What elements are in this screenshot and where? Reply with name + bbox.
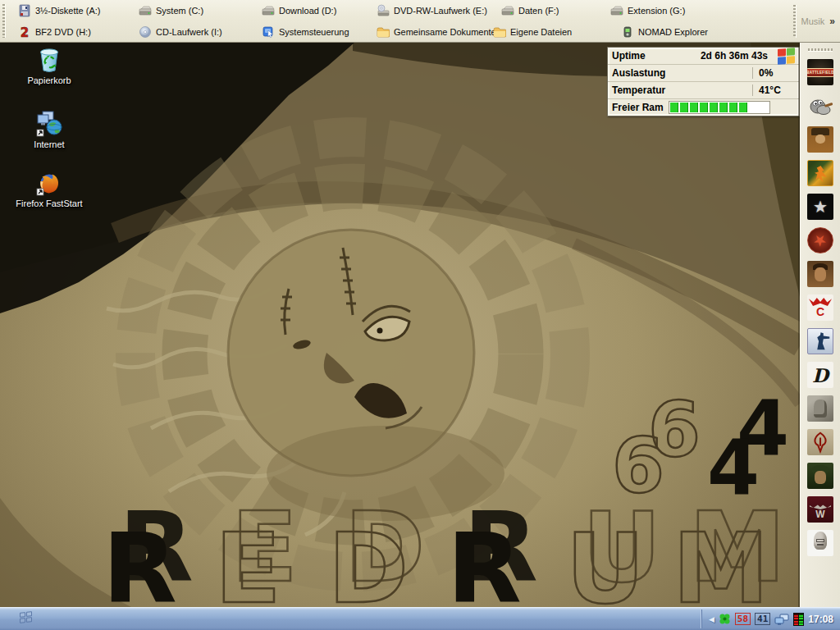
musik-drag-handle[interactable] [793,5,797,38]
monitor-value: 2d 6h 36m 43s [701,50,768,62]
monitor-label: Freier Ram [612,102,664,113]
harddrive-icon [262,4,275,17]
quake-icon[interactable] [807,429,833,455]
soldier-portrait-icon[interactable] [807,463,833,489]
toolbar-item-label: Extension (G:) [628,6,685,16]
wallpaper-redrum: 6 6 4 4 R R E E D D R R U U M M [0,43,800,607]
toolbar-item-dvdrw-e[interactable]: DVD-RW-Laufwerk (E:) [373,0,491,21]
games-sidebar: BATTLEFIELD ★ ★ C D W [800,43,840,607]
recycle-bin-icon [35,46,63,74]
pentagram-game-icon[interactable]: ★ [807,227,833,253]
ram-bar [669,101,770,114]
adventure-portrait-icon[interactable] [807,261,833,287]
battlefield2-badge: BATTLEFIELD [807,68,833,77]
eagle-c-glyph: C [816,305,824,318]
eagle-c-game-icon[interactable]: C [807,294,833,321]
monitor-row-uptime: Uptime 2d 6h 36m 43s [608,48,799,65]
network-tray-icon[interactable] [774,613,789,626]
toolbar-item-system-c[interactable]: System (C:) [135,0,207,21]
folder-icon [493,25,506,39]
desktop-icon-recycle-bin[interactable]: Papierkorb [10,46,89,85]
toolbar-item-label: System (C:) [156,6,203,16]
taskbar-clock[interactable]: 17:08 [808,614,833,625]
toolbar-item-label: Systemsteuerung [279,27,349,37]
svg-text:2: 2 [21,25,29,39]
toolbar-item-daten-f[interactable]: Daten (F:) [498,0,563,21]
toolbar-item-label: NOMAD Explorer [638,27,708,37]
toolbar-item-label: Daten (F:) [518,6,559,16]
clover-tray-icon[interactable] [719,613,731,625]
internet-icon [35,110,63,138]
monitor-row-cpu-load: Auslastung 0% [608,65,799,82]
firefox-icon [35,169,63,197]
star-glyph: ★ [813,197,828,217]
svg-text:R: R [103,512,177,607]
dragon-game-icon[interactable] [807,160,833,186]
toolbar-item-label: Gemeinsame Dokumente [394,27,496,37]
ram-bar-fill [670,103,747,112]
toolbar-item-download-d[interactable]: Download (D:) [258,0,340,21]
taskbar[interactable]: ◀ 58 41 17:08 [0,607,840,630]
toolbar-item-label: Download (D:) [279,6,336,16]
toolbar-item-label: 3½-Diskette (A:) [35,6,100,16]
dvd-drive-icon [377,4,390,17]
svg-text:R: R [447,512,522,607]
desktop-icon-firefox[interactable]: Firefox FastStart [10,169,89,208]
toolbar-item-control-panel[interactable]: Systemsteuerung [258,21,353,43]
toolbar-item-label: Eigene Dateien [510,27,572,37]
control-panel-icon [262,25,275,39]
harddrive-icon [610,4,623,17]
wolfenstein-glyph: W [815,509,824,520]
toolbar-item-floppy-a[interactable]: 3½-Diskette (A:) [15,0,103,21]
cd-icon [139,25,152,39]
toolbar-item-extension-g[interactable]: Extension (G:) [607,0,688,21]
counter-strike-icon[interactable] [807,328,833,354]
temp-readout-2[interactable]: 41 [755,613,770,625]
desktop-icon-label: Firefox FastStart [10,199,89,208]
desktop-icon-label: Internet [10,139,89,149]
musik-toolbar-section[interactable]: Musik » [793,0,835,43]
d-glyph: D [812,364,829,386]
chevron-more-icon[interactable]: » [829,16,835,27]
windows-flag-outline-icon[interactable] [20,611,32,623]
svg-text:U: U [566,512,645,607]
musik-label: Musik [801,16,825,26]
monitor-label: Temperatur [612,84,752,96]
d-game-icon[interactable]: D [807,362,833,388]
gimp-icon[interactable] [807,93,833,119]
hitman-portrait-icon[interactable] [807,530,833,556]
toolbar-item-shared-documents[interactable]: Gemeinsame Dokumente [373,21,500,43]
monitor-label: Auslastung [612,67,752,79]
pentagram-glyph: ★ [813,231,827,250]
monitor-row-free-ram: Freier Ram [608,99,799,116]
desktop: 6 6 4 4 R R E E D D R R U U M M [0,43,800,607]
system-monitor-widget: Uptime 2d 6h 36m 43s Auslastung 0% Tempe… [607,47,800,116]
toolbar-item-label: BF2 DVD (H:) [35,27,91,37]
desktop-icon-internet[interactable]: Internet [10,110,89,149]
monitor-row-temperature: Temperatur 41°C [608,82,799,99]
toolbar-item-nomad-explorer[interactable]: NOMAD Explorer [618,21,711,43]
svg-text:M: M [673,512,769,607]
wolfenstein-icon[interactable]: W [807,496,833,523]
windows-logo-icon [778,48,795,65]
toolbar-item-cd-i[interactable]: CD-Laufwerk (I:) [135,21,226,43]
system-tray: ◀ 58 41 17:08 [701,609,838,628]
meter-tray-icon[interactable] [793,613,804,626]
temp-readout-1[interactable]: 58 [735,613,751,625]
toolbar-item-label: DVD-RW-Laufwerk (E:) [394,6,487,16]
svg-text:D: D [328,512,409,607]
svg-text:E: E [215,512,281,607]
toolbar-drag-handle[interactable] [2,4,6,38]
floppy-icon [18,4,31,17]
stone-portrait-icon[interactable] [807,395,833,422]
bf2-disc-icon: 2 [18,25,31,39]
star-game-icon[interactable]: ★ [807,194,833,220]
toolbar-item-bf2-dvd-h[interactable]: 2 BF2 DVD (H:) [15,21,94,43]
sidebar-drag-handle[interactable] [808,48,833,52]
mafia-portrait-icon[interactable] [807,126,833,153]
tray-collapse-chevron-icon[interactable]: ◀ [709,615,714,623]
desktop-icon-label: Papierkorb [10,75,89,85]
battlefield2-icon[interactable]: BATTLEFIELD [807,59,833,85]
monitor-value: 0% [752,67,795,79]
toolbar-item-my-documents[interactable]: Eigene Dateien [490,21,575,43]
